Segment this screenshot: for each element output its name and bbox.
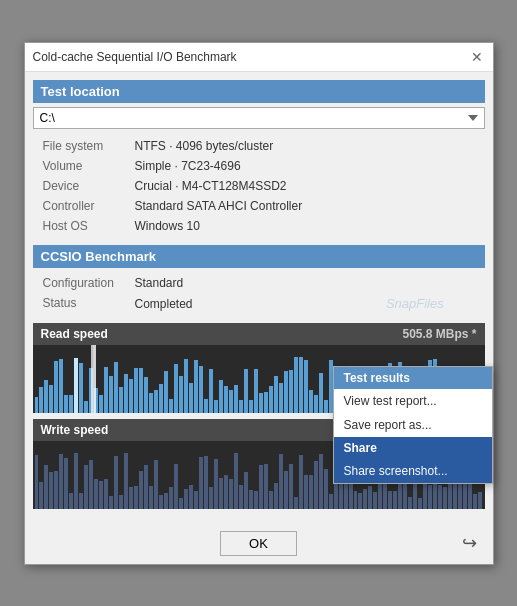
title-bar: Cold-cache Sequential I/O Benchmark ✕ <box>25 43 493 72</box>
context-menu-results-header: Test results <box>334 367 492 389</box>
read-speed-value: 505.8 MBps * <box>402 327 476 341</box>
view-report-item[interactable]: View test report... <box>334 389 492 413</box>
benchmark-info-table: Configuration Standard Status Completed … <box>33 272 485 315</box>
chart-marker <box>93 345 96 413</box>
benchmark-header: CCSIO Benchmark <box>33 245 485 268</box>
save-report-item[interactable]: Save report as... <box>334 413 492 437</box>
info-label: Controller <box>35 197 125 215</box>
status-value: Completed SnapFiles <box>127 294 483 313</box>
close-button[interactable]: ✕ <box>469 49 485 65</box>
info-value: Simple · 7C23-4696 <box>127 157 483 175</box>
share-icon-button[interactable]: ↪ <box>462 532 477 554</box>
read-speed-label: Read speed <box>41 327 108 341</box>
table-row: Configuration Standard <box>35 274 483 292</box>
ok-button[interactable]: OK <box>220 531 297 556</box>
main-window: Cold-cache Sequential I/O Benchmark ✕ Te… <box>24 42 494 565</box>
info-label: Device <box>35 177 125 195</box>
write-speed-label: Write speed <box>41 423 109 437</box>
footer: OK ↪ <box>25 523 493 564</box>
info-label: Volume <box>35 157 125 175</box>
info-label: Host OS <box>35 217 125 235</box>
window-title: Cold-cache Sequential I/O Benchmark <box>33 50 237 64</box>
info-value: Crucial · M4-CT128M4SSD2 <box>127 177 483 195</box>
test-location-header: Test location <box>33 80 485 103</box>
table-row: Host OS Windows 10 <box>35 217 483 235</box>
watermark: SnapFiles <box>386 296 444 311</box>
status-label: Status <box>35 294 125 313</box>
config-label: Configuration <box>35 274 125 292</box>
file-info-table: File system NTFS · 4096 bytes/cluster Vo… <box>33 135 485 237</box>
chart-cursor <box>91 345 93 413</box>
share-screenshot-item[interactable]: Share screenshot... <box>334 459 492 483</box>
table-row: Controller Standard SATA AHCI Controller <box>35 197 483 215</box>
info-value: Standard SATA AHCI Controller <box>127 197 483 215</box>
context-menu: Test results View test report... Save re… <box>333 366 493 484</box>
info-label: File system <box>35 137 125 155</box>
table-row: Status Completed SnapFiles <box>35 294 483 313</box>
info-value: NTFS · 4096 bytes/cluster <box>127 137 483 155</box>
table-row: File system NTFS · 4096 bytes/cluster <box>35 137 483 155</box>
config-value: Standard <box>127 274 483 292</box>
table-row: Volume Simple · 7C23-4696 <box>35 157 483 175</box>
info-value: Windows 10 <box>127 217 483 235</box>
read-speed-header: Read speed 505.8 MBps * <box>33 323 485 345</box>
table-row: Device Crucial · M4-CT128M4SSD2 <box>35 177 483 195</box>
share-arrow-icon: ↪ <box>462 533 477 553</box>
context-menu-share-header: Share <box>334 437 492 459</box>
drive-select[interactable]: C:\ <box>33 107 485 129</box>
